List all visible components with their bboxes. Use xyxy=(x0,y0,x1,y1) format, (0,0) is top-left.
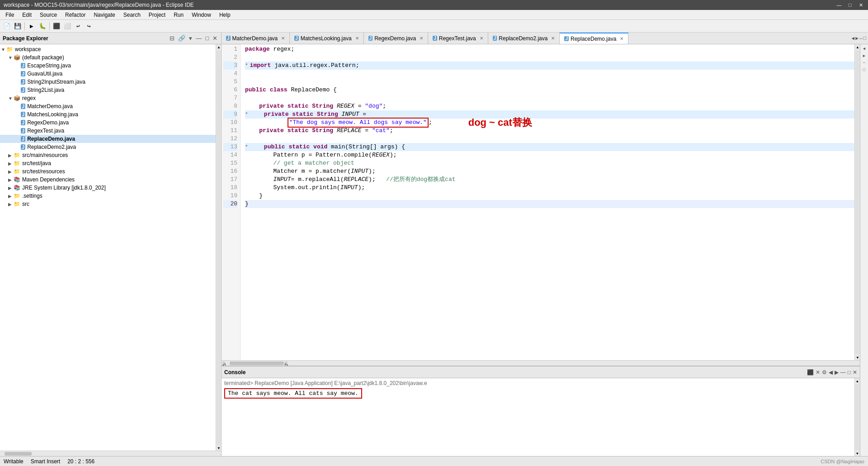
right-panel-icon-2[interactable]: ▶ xyxy=(861,52,868,59)
toolbar-btn-6[interactable]: ↪ xyxy=(84,21,94,31)
tree-item-matcheslooking[interactable]: J MatchesLooking.java xyxy=(0,110,216,119)
tree-item-default-pkg[interactable]: ▼ 📦 (default package) xyxy=(0,53,216,62)
title-text: workspace - MOOC15-03/src/main/java/rege… xyxy=(4,2,194,8)
code-content[interactable]: package regex; * import java.util.regex.… xyxy=(241,44,854,360)
line-19: 19 xyxy=(223,192,237,200)
minimize-button[interactable]: — xyxy=(835,1,843,9)
console-body: terminated> ReplaceDemo [Java Applicatio… xyxy=(222,378,860,456)
tree-item-src-main-res[interactable]: ▶ 📁 src/main/resources xyxy=(0,151,216,159)
tab-matcherdemo[interactable]: J MatcherDemo.java ✕ xyxy=(222,33,290,44)
editor-scroll-thumb xyxy=(855,50,859,354)
tab-close-matcherdemo[interactable]: ✕ xyxy=(281,36,285,41)
tree-item-escapestring[interactable]: J EscapeString.java xyxy=(0,62,216,70)
tree-item-workspace[interactable]: ▼ 📁 workspace xyxy=(0,45,216,53)
menu-source[interactable]: Source xyxy=(36,11,61,19)
tree-item-string2inputstream[interactable]: J String2InputStream.java xyxy=(0,78,216,86)
scroll-down-arrow[interactable]: ▼ xyxy=(216,445,221,451)
collapse-all-icon[interactable]: ⊟ xyxy=(169,35,175,42)
close-button[interactable]: ✕ xyxy=(857,1,864,9)
minimize-panel-icon[interactable]: — xyxy=(195,35,203,42)
tree-item-replacedemo[interactable]: J ReplaceDemo.java xyxy=(0,135,216,143)
tab-close-regextest[interactable]: ✕ xyxy=(480,36,483,41)
tab-regexdemo[interactable]: J RegexDemo.java ✕ xyxy=(364,33,429,44)
console-icon-5[interactable]: ▶ xyxy=(835,369,839,376)
left-panel-hscrollbar[interactable] xyxy=(0,451,221,456)
console-icon-2[interactable]: ✕ xyxy=(816,369,820,376)
menu-navigate[interactable]: Navigate xyxy=(90,11,118,19)
tab-minimize-icon[interactable]: — xyxy=(859,36,863,41)
new-button[interactable]: 📄 xyxy=(2,21,12,31)
tree-item-regexdemo[interactable]: J RegexDemo.java xyxy=(0,119,216,127)
debug-button[interactable]: 🐛 xyxy=(38,21,47,31)
right-panel-icon-4[interactable]: □ xyxy=(861,67,868,73)
tree-item-src-test-res[interactable]: ▶ 📁 src/test/resources xyxy=(0,167,216,176)
maximize-panel-icon[interactable]: □ xyxy=(204,35,210,42)
tree-item-maven-deps[interactable]: ▶ 📚 Maven Dependencies xyxy=(0,176,216,184)
tab-replacedemo2[interactable]: J ReplaceDemo2.java ✕ xyxy=(488,33,560,44)
tab-regextest[interactable]: J RegexTest.java ✕ xyxy=(428,33,488,44)
line-9: 9 xyxy=(223,110,237,119)
menu-run[interactable]: Run xyxy=(170,11,187,19)
tree-item-replacedemo2[interactable]: J ReplaceDemo2.java xyxy=(0,143,216,151)
code-line-14: Pattern p = Pattern.compile(REGEX); xyxy=(245,151,854,159)
tab-replacedemo[interactable]: J ReplaceDemo.java ✕ xyxy=(560,33,628,44)
close-panel-icon[interactable]: ✕ xyxy=(212,35,218,42)
left-panel-scrollbar[interactable]: ▲ ▼ xyxy=(216,44,221,451)
view-menu-icon[interactable]: ▾ xyxy=(188,35,193,42)
menu-refactor[interactable]: Refactor xyxy=(61,11,89,19)
toolbar-btn-3[interactable]: ⬛ xyxy=(52,21,61,31)
tree-item-regextest[interactable]: J RegexTest.java xyxy=(0,127,216,135)
tree-item-string2list[interactable]: J String2List.java xyxy=(0,86,216,94)
editor-area: 1 2 3 4 5 6 7 8 9 10 11 12 13 xyxy=(222,44,868,456)
tree-item-jre-system[interactable]: ▶ 📚 JRE System Library [jdk1.8.0_202] xyxy=(0,184,216,192)
menu-search[interactable]: Search xyxy=(120,11,144,19)
tab-scroll-right[interactable]: ▶ xyxy=(855,35,859,41)
console-vscrollbar[interactable]: ▲ ▼ xyxy=(854,378,860,456)
tab-close-matcheslooking[interactable]: ✕ xyxy=(355,36,359,41)
status-right: CSDN @NagiHajao xyxy=(821,459,864,464)
console-icon-4[interactable]: ◀ xyxy=(829,369,833,376)
package-explorer-icons: ⊟ 🔗 ▾ — □ ✕ xyxy=(169,35,218,42)
right-panel-icon-3[interactable]: — xyxy=(861,60,868,66)
save-button[interactable]: 💾 xyxy=(13,21,23,31)
console-icon-3[interactable]: ⚙ xyxy=(822,369,827,376)
code-line-10: "The dog says meow. All dogs say meow.";… xyxy=(245,119,854,127)
editor-vscrollbar[interactable]: ▲ ▼ xyxy=(854,44,860,360)
maximize-button[interactable]: □ xyxy=(846,1,854,9)
console-close[interactable]: ✕ xyxy=(853,369,857,376)
tree-item-src[interactable]: ▶ 📁 src xyxy=(0,200,216,208)
console-scroll-down[interactable]: ▼ xyxy=(855,451,860,456)
tab-matcheslooking[interactable]: J MatchesLooking.java ✕ xyxy=(290,33,363,44)
tree-item-src-test-java[interactable]: ▶ 📁 src/test/java xyxy=(0,159,216,167)
editor-hscrollbar[interactable]: ◁ ▷ xyxy=(222,360,860,366)
toolbar-btn-4[interactable]: ⬜ xyxy=(62,21,72,31)
tree-item-guavautil[interactable]: J GuavaUtil.java xyxy=(0,70,216,78)
console-maximize[interactable]: □ xyxy=(848,369,851,376)
tab-close-replacedemo[interactable]: ✕ xyxy=(620,36,623,41)
scroll-right-btn[interactable]: ▷ xyxy=(285,361,288,365)
right-panel-icon-1[interactable]: ◀ xyxy=(861,45,868,52)
link-with-editor-icon[interactable]: 🔗 xyxy=(177,35,186,42)
toolbar-btn-5[interactable]: ↩ xyxy=(73,21,83,31)
tab-close-replacedemo2[interactable]: ✕ xyxy=(551,36,555,41)
scroll-up-arrow[interactable]: ▲ xyxy=(216,44,221,50)
editor-scroll-up[interactable]: ▲ xyxy=(855,44,860,50)
tab-maximize-icon[interactable]: □ xyxy=(863,36,866,41)
tree-item-settings[interactable]: ▶ 📁 .settings xyxy=(0,192,216,200)
console-minimize[interactable]: — xyxy=(840,369,846,376)
tree-item-matcherdemo[interactable]: J MatcherDemo.java xyxy=(0,102,216,110)
tab-close-regexdemo[interactable]: ✕ xyxy=(420,36,423,41)
run-button[interactable]: ▶ xyxy=(27,21,37,31)
menu-help[interactable]: Help xyxy=(216,11,234,19)
console-scroll-up[interactable]: ▲ xyxy=(855,378,860,384)
tab-scroll-left[interactable]: ◀ xyxy=(852,35,855,41)
tree-item-regex-pkg[interactable]: ▼ 📦 regex xyxy=(0,94,216,102)
title-bar: workspace - MOOC15-03/src/main/java/rege… xyxy=(0,0,868,10)
menu-window[interactable]: Window xyxy=(188,11,215,19)
menu-project[interactable]: Project xyxy=(145,11,169,19)
menu-edit[interactable]: Edit xyxy=(19,11,35,19)
scroll-left-btn[interactable]: ◁ xyxy=(222,361,225,365)
editor-scroll-down[interactable]: ▼ xyxy=(855,355,860,360)
console-icon-1[interactable]: ⬛ xyxy=(807,369,814,376)
menu-file[interactable]: File xyxy=(2,11,18,19)
